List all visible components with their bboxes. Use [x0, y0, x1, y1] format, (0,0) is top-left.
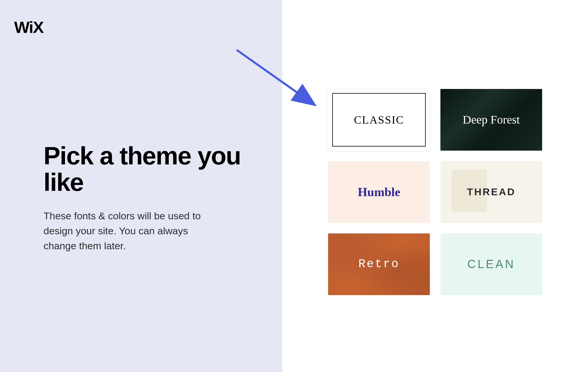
theme-card-thread[interactable]: THREAD — [440, 161, 542, 223]
svg-line-1 — [237, 50, 312, 103]
page-description: These fonts & colors will be used to des… — [44, 208, 208, 253]
right-panel: CLASSIC Deep Forest Humble THREAD Retro … — [282, 0, 588, 372]
theme-card-retro[interactable]: Retro — [328, 233, 430, 295]
theme-card-humble[interactable]: Humble — [328, 161, 430, 223]
theme-label: Humble — [358, 185, 400, 199]
theme-label: CLEAN — [467, 257, 515, 271]
theme-card-deep-forest[interactable]: Deep Forest — [440, 89, 542, 151]
page-heading: Pick a theme you like — [44, 142, 268, 196]
annotation-arrow-icon — [234, 47, 325, 112]
theme-label: Retro — [358, 257, 400, 271]
intro-text-block: Pick a theme you like These fonts & colo… — [14, 142, 268, 253]
wix-logo: WiX — [14, 18, 268, 37]
theme-classic-border: CLASSIC — [332, 93, 426, 147]
theme-label: CLASSIC — [354, 113, 404, 126]
theme-card-clean[interactable]: CLEAN — [440, 233, 542, 295]
theme-card-classic[interactable]: CLASSIC — [328, 89, 430, 151]
theme-label: Deep Forest — [463, 113, 520, 127]
themes-grid: CLASSIC Deep Forest Humble THREAD Retro … — [328, 89, 542, 295]
theme-label: THREAD — [467, 186, 516, 198]
